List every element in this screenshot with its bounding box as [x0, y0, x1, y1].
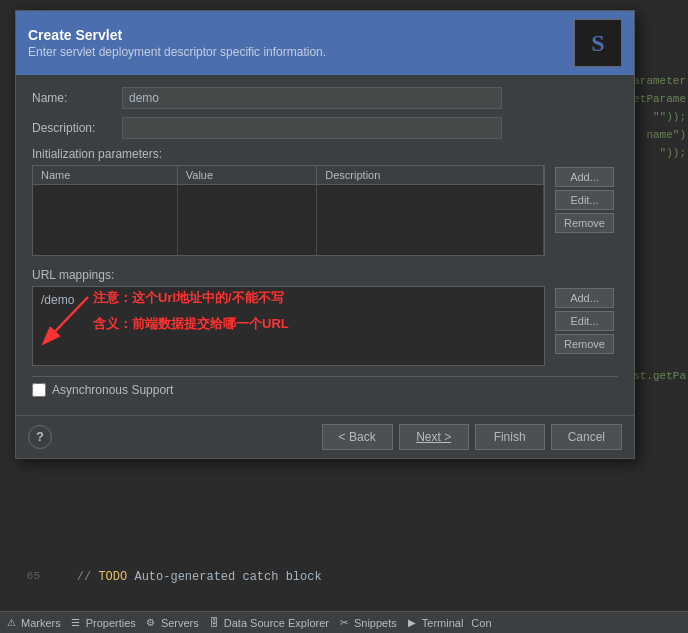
- url-table-container: /demo 注意：这个Url地址中的/不能不写 含义：前端数据提交给哪一个URL: [32, 286, 545, 366]
- snippets-icon: ✂: [337, 616, 351, 630]
- status-con[interactable]: Con: [471, 617, 491, 629]
- description-input[interactable]: [122, 117, 502, 139]
- description-label: Description:: [32, 121, 122, 135]
- next-button[interactable]: Next >: [399, 424, 469, 450]
- dialog-footer: ? < Back Next > Finish Cancel: [16, 415, 634, 458]
- properties-icon: ☰: [69, 616, 83, 630]
- init-params-label: Initialization parameters:: [32, 147, 618, 161]
- footer-left: ?: [28, 425, 52, 449]
- url-mappings-container: /demo 注意：这个Url地址中的/不能不写 含义：前端数据提交给哪一个URL: [32, 286, 618, 366]
- url-list: /demo: [33, 287, 544, 365]
- status-markers-label: Markers: [21, 617, 61, 629]
- terminal-icon: ▶: [405, 616, 419, 630]
- init-params-table: Name Value Description: [33, 166, 544, 255]
- init-add-button[interactable]: Add...: [555, 167, 614, 187]
- finish-button[interactable]: Finish: [475, 424, 545, 450]
- url-add-button[interactable]: Add...: [555, 288, 614, 308]
- right-code-5: "));: [660, 147, 686, 159]
- init-params-tbody: [33, 185, 544, 255]
- datasource-icon: 🗄: [207, 616, 221, 630]
- right-code-3: ""));: [653, 111, 686, 123]
- url-mappings-section: URL mappings: /demo 注意：这个Url地址中的/不能不写 含义…: [32, 268, 618, 366]
- help-button[interactable]: ?: [28, 425, 52, 449]
- table-row: [33, 208, 544, 231]
- status-properties-label: Properties: [86, 617, 136, 629]
- description-row: Description:: [32, 117, 618, 139]
- dialog-subtitle: Enter servlet deployment descriptor spec…: [28, 45, 326, 59]
- status-datasource-label: Data Source Explorer: [224, 617, 329, 629]
- status-terminal-label: Terminal: [422, 617, 464, 629]
- back-button[interactable]: < Back: [322, 424, 393, 450]
- cancel-button[interactable]: Cancel: [551, 424, 622, 450]
- name-row: Name:: [32, 87, 618, 109]
- right-code-2: etParame: [633, 93, 686, 105]
- status-snippets-label: Snippets: [354, 617, 397, 629]
- col-value: Value: [177, 166, 317, 185]
- async-support-checkbox[interactable]: [32, 383, 46, 397]
- async-support-row: Asynchronous Support: [32, 376, 618, 403]
- table-row: [33, 185, 544, 208]
- status-snippets[interactable]: ✂ Snippets: [337, 616, 397, 630]
- url-mappings-label: URL mappings:: [32, 268, 618, 282]
- init-edit-button[interactable]: Edit...: [555, 190, 614, 210]
- url-buttons: Add... Edit... Remove: [551, 286, 618, 366]
- url-remove-button[interactable]: Remove: [555, 334, 614, 354]
- name-input[interactable]: [122, 87, 502, 109]
- status-markers[interactable]: ⚠ Markers: [4, 616, 61, 630]
- init-remove-button[interactable]: Remove: [555, 213, 614, 233]
- right-code-4: name"): [646, 129, 686, 141]
- url-item: /demo: [37, 291, 540, 309]
- servlet-logo: S: [574, 19, 622, 67]
- col-name: Name: [33, 166, 177, 185]
- status-servers-label: Servers: [161, 617, 199, 629]
- right-code-6: est.getPa: [627, 370, 686, 382]
- init-params-table-container: Name Value Description: [32, 165, 545, 256]
- status-con-label: Con: [471, 617, 491, 629]
- right-code-1: Parameter: [627, 75, 686, 87]
- col-description: Description: [317, 166, 544, 185]
- status-servers[interactable]: ⚙ Servers: [144, 616, 199, 630]
- name-label: Name:: [32, 91, 122, 105]
- status-properties[interactable]: ☰ Properties: [69, 616, 136, 630]
- status-terminal[interactable]: ▶ Terminal: [405, 616, 464, 630]
- footer-buttons: < Back Next > Finish Cancel: [322, 424, 622, 450]
- table-row: [33, 231, 544, 254]
- status-bar: ⚠ Markers ☰ Properties ⚙ Servers 🗄 Data …: [0, 611, 688, 633]
- markers-icon: ⚠: [4, 616, 18, 630]
- dialog-body: Name: Description: Initialization parame…: [16, 75, 634, 415]
- dialog-header: Create Servlet Enter servlet deployment …: [16, 11, 634, 75]
- status-datasource[interactable]: 🗄 Data Source Explorer: [207, 616, 329, 630]
- async-support-label: Asynchronous Support: [52, 383, 173, 397]
- dialog-header-text: Create Servlet Enter servlet deployment …: [28, 27, 326, 59]
- init-params-buttons: Add... Edit... Remove: [551, 165, 618, 260]
- servers-icon: ⚙: [144, 616, 158, 630]
- create-servlet-dialog: Create Servlet Enter servlet deployment …: [15, 10, 635, 459]
- dialog-title: Create Servlet: [28, 27, 326, 43]
- url-edit-button[interactable]: Edit...: [555, 311, 614, 331]
- init-params-section: Name Value Description Add... Edit... Re: [32, 165, 618, 260]
